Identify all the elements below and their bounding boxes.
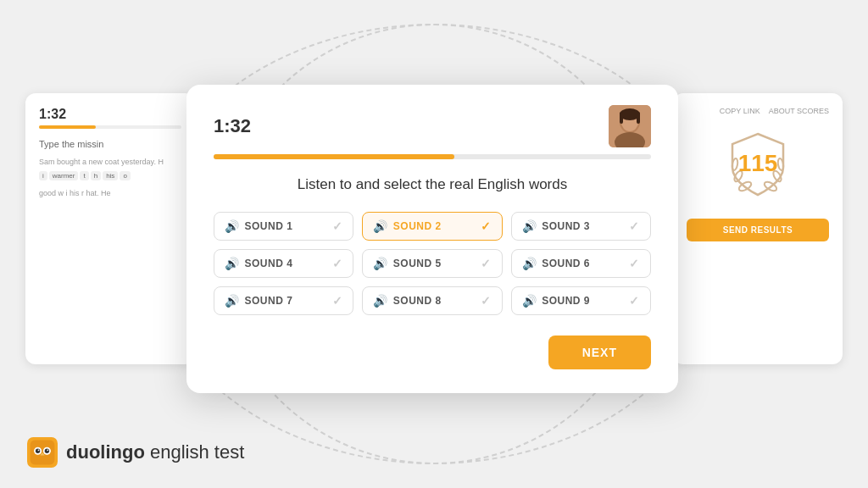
send-results-button[interactable]: SEND RESULTS [687,219,829,241]
sound6-button[interactable]: 🔊 SOUND 6 ✓ [511,249,651,278]
check-icon: ✓ [332,219,343,233]
speaker-icon: 🔊 [373,219,388,233]
sound-grid: 🔊 SOUND 1 ✓ 🔊 SOUND 2 ✓ 🔊 SOUND 3 ✓ 🔊 SO… [214,212,651,315]
bg-left-text1: Sam bought a new coat yesterday. H [39,156,181,168]
sound8-label-group: 🔊 SOUND 8 [373,294,441,308]
speaker-icon: 🔊 [373,294,388,308]
sound1-button[interactable]: 🔊 SOUND 1 ✓ [214,212,353,241]
svg-rect-11 [620,112,623,124]
sound7-label-group: 🔊 SOUND 7 [225,294,292,308]
sound1-label-group: 🔊 SOUND 1 [225,219,292,233]
svg-point-22 [34,459,42,463]
sound7-button[interactable]: 🔊 SOUND 7 ✓ [214,286,353,315]
logo-text: duolingo english test [66,441,244,463]
check-icon: ✓ [481,219,492,233]
speaker-icon: 🔊 [225,294,240,308]
blank-chip: his [103,171,118,180]
sound1-label: SOUND 1 [245,220,293,232]
question-text: Listen to and select the real English wo… [214,176,651,193]
check-icon: ✓ [332,294,343,308]
sound5-button[interactable]: 🔊 SOUND 5 ✓ [362,249,502,278]
bg-left-blanks: i warmer t h his o [39,171,181,180]
speaker-icon: 🔊 [373,257,388,270]
modal-progress-track [214,154,651,159]
bg-card-left: 1:32 Type the missin Sam bought a new co… [25,93,195,364]
check-icon: ✓ [481,257,492,270]
speaker-icon: 🔊 [522,294,537,308]
svg-point-23 [43,459,51,463]
bg-left-progress-fill [39,125,96,129]
logo-regular: english test [145,441,244,463]
about-scores-label[interactable]: ABOUT SCORES [769,107,829,115]
svg-point-18 [45,449,49,453]
bg-left-question: Type the missin [39,139,181,149]
speaker-icon: 🔊 [522,219,537,233]
speaker-icon: 🔊 [522,257,537,270]
bg-left-progress-track [39,125,181,129]
sound2-label: SOUND 2 [393,220,442,232]
sound5-label: SOUND 5 [393,258,442,269]
bg-right-top-row: COPY LINK ABOUT SCORES [687,107,829,115]
speaker-icon: 🔊 [225,219,240,233]
sound4-label: SOUND 4 [245,258,293,269]
sound5-label-group: 🔊 SOUND 5 [373,257,441,270]
sound9-label: SOUND 9 [542,295,590,307]
sound3-button[interactable]: 🔊 SOUND 3 ✓ [511,212,651,241]
check-icon: ✓ [629,219,640,233]
next-button[interactable]: NEXT [548,336,651,369]
sound4-label-group: 🔊 SOUND 4 [225,257,292,270]
blank-chip: t [80,171,88,180]
sound8-button[interactable]: 🔊 SOUND 8 ✓ [362,286,502,315]
score-number: 115 [738,150,778,177]
svg-point-20 [47,449,48,451]
duolingo-logo-icon [27,437,58,468]
sound9-button[interactable]: 🔊 SOUND 9 ✓ [511,286,651,315]
sound6-label-group: 🔊 SOUND 6 [522,257,590,270]
speaker-icon: 🔊 [225,257,240,270]
bg-left-timer: 1:32 [39,107,181,122]
sound9-label-group: 🔊 SOUND 9 [522,294,590,308]
sound2-label-group: 🔊 SOUND 2 [373,219,441,233]
bg-left-text2: good w i his r hat. He [39,187,181,199]
modal-timer-row: 1:32 [214,105,651,147]
modal-progress-fill [214,154,454,159]
avatar-face-svg [609,105,651,147]
bottom-logo: duolingo english test [27,437,244,468]
check-icon: ✓ [481,294,492,308]
sound7-label: SOUND 7 [245,295,293,307]
next-btn-row: NEXT [214,336,651,369]
sound4-button[interactable]: 🔊 SOUND 4 ✓ [214,249,353,278]
modal-timer: 1:32 [214,115,251,137]
svg-point-17 [36,449,40,453]
sound6-label: SOUND 6 [542,258,590,269]
sound2-button[interactable]: 🔊 SOUND 2 ✓ [362,212,502,241]
score-badge: 115 [720,125,796,202]
copy-link-label[interactable]: COPY LINK [720,107,760,115]
sound8-label: SOUND 8 [393,295,442,307]
blank-chip: warmer [49,171,79,180]
user-avatar [609,105,651,147]
bg-card-right: COPY LINK ABOUT SCORES 115 SEND RESULTS [673,93,843,364]
logo-bold: duolingo [66,441,145,463]
check-icon: ✓ [629,257,640,270]
check-icon: ✓ [629,294,640,308]
main-modal: 1:32 Listen to and select the real Engli… [186,85,678,393]
blank-chip: h [91,171,101,180]
svg-point-19 [38,449,40,451]
svg-rect-12 [637,112,640,124]
check-icon: ✓ [332,257,343,270]
sound3-label-group: 🔊 SOUND 3 [522,219,590,233]
sound3-label: SOUND 3 [542,220,590,232]
blank-chip: i [39,171,47,180]
blank-chip: o [120,171,130,180]
